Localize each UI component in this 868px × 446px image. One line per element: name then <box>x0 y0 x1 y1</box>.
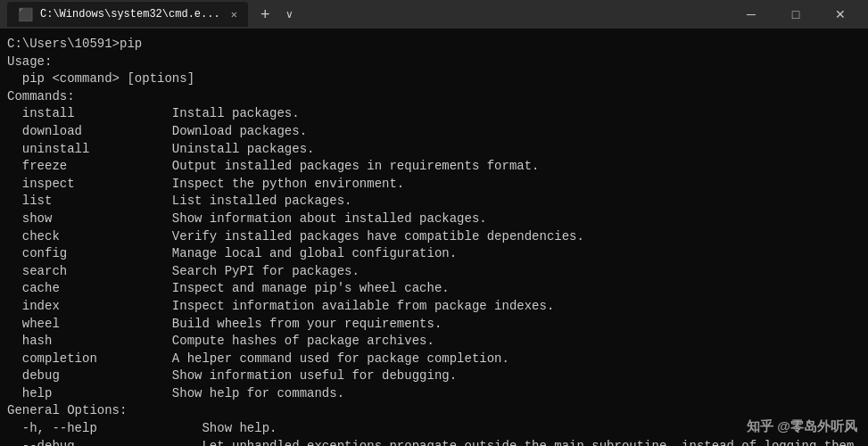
terminal-line: C:\Users\10591>pip <box>7 36 861 54</box>
terminal-line: list List installed packages. <box>7 193 861 211</box>
terminal-line: -h, --help Show help. <box>7 420 861 438</box>
terminal-line: help Show help for commands. <box>7 385 861 403</box>
maximize-button[interactable]: □ <box>775 0 816 29</box>
terminal-line: --debug Let unhandled exceptions propaga… <box>7 438 861 446</box>
terminal-line: config Manage local and global configura… <box>7 245 861 263</box>
terminal-tab[interactable]: ⬛ C:\Windows\system32\cmd.e... ✕ <box>7 2 248 27</box>
terminal-line: inspect Inspect the python environment. <box>7 176 861 194</box>
terminal-line: General Options: <box>7 402 861 420</box>
terminal-line: Commands: <box>7 88 861 106</box>
terminal-line: pip <command> [options] <box>7 70 861 88</box>
terminal-line: install Install packages. <box>7 105 861 123</box>
close-button[interactable]: ✕ <box>820 0 861 29</box>
tab-close-button[interactable]: ✕ <box>231 8 237 21</box>
terminal-line: debug Show information useful for debugg… <box>7 368 861 385</box>
terminal-line: check Verify installed packages have com… <box>7 228 861 246</box>
window-controls: ─ □ ✕ <box>731 0 861 29</box>
terminal-line: index Inspect information available from… <box>7 298 861 316</box>
tab-label: C:\Windows\system32\cmd.e... <box>40 8 220 21</box>
terminal-line: freeze Output installed packages in requ… <box>7 158 861 176</box>
title-bar: ⬛ C:\Windows\system32\cmd.e... ✕ + ∨ ─ □… <box>0 0 868 29</box>
terminal-window[interactable]: C:\Users\10591>pipUsage: pip <command> [… <box>0 29 868 446</box>
terminal-icon: ⬛ <box>18 7 33 22</box>
title-bar-left: ⬛ C:\Windows\system32\cmd.e... ✕ + ∨ <box>7 2 731 27</box>
terminal-line: search Search PyPI for packages. <box>7 263 861 281</box>
tab-dropdown-button[interactable]: ∨ <box>282 8 297 21</box>
terminal-line: completion A helper command used for pac… <box>7 351 861 368</box>
terminal-line: hash Compute hashes of package archives. <box>7 333 861 351</box>
terminal-line: Usage: <box>7 54 861 71</box>
terminal-line: cache Inspect and manage pip's wheel cac… <box>7 280 861 298</box>
terminal-line: show Show information about installed pa… <box>7 211 861 228</box>
terminal-line: uninstall Uninstall packages. <box>7 141 861 159</box>
terminal-line: wheel Build wheels from your requirement… <box>7 316 861 334</box>
minimize-button[interactable]: ─ <box>731 0 772 29</box>
terminal-line: download Download packages. <box>7 123 861 141</box>
new-tab-button[interactable]: + <box>255 6 276 22</box>
terminal-content: C:\Users\10591>pipUsage: pip <command> [… <box>7 36 861 446</box>
